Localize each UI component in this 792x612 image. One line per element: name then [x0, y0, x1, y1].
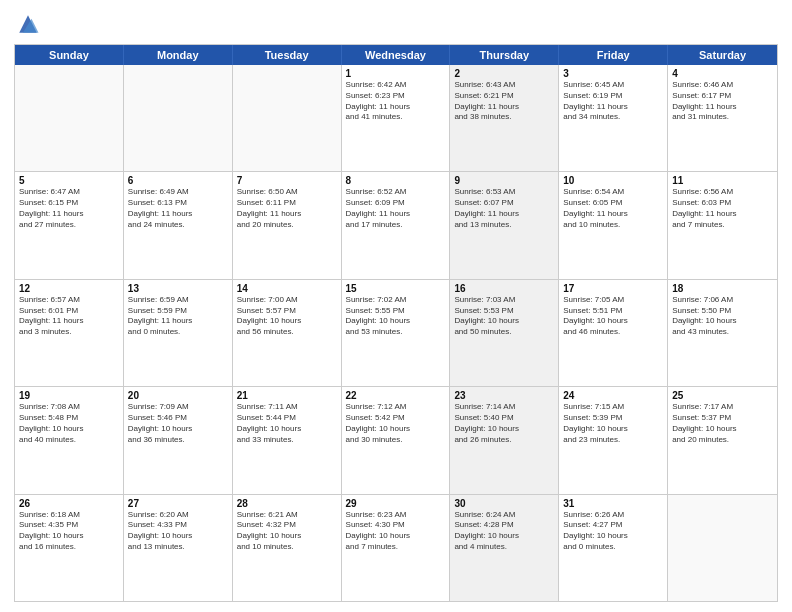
day-number: 20 [128, 390, 228, 401]
day-info: Sunrise: 7:08 AM Sunset: 5:48 PM Dayligh… [19, 402, 119, 445]
day-info: Sunrise: 7:11 AM Sunset: 5:44 PM Dayligh… [237, 402, 337, 445]
weekday-header-thursday: Thursday [450, 45, 559, 65]
logo [14, 10, 46, 38]
calendar-header: SundayMondayTuesdayWednesdayThursdayFrid… [15, 45, 777, 65]
day-info: Sunrise: 6:56 AM Sunset: 6:03 PM Dayligh… [672, 187, 773, 230]
day-info: Sunrise: 7:05 AM Sunset: 5:51 PM Dayligh… [563, 295, 663, 338]
day-info: Sunrise: 6:46 AM Sunset: 6:17 PM Dayligh… [672, 80, 773, 123]
day-number: 14 [237, 283, 337, 294]
calendar-row-1: 5Sunrise: 6:47 AM Sunset: 6:15 PM Daylig… [15, 171, 777, 278]
day-number: 4 [672, 68, 773, 79]
calendar-cell-day-5: 5Sunrise: 6:47 AM Sunset: 6:15 PM Daylig… [15, 172, 124, 278]
calendar-cell-day-7: 7Sunrise: 6:50 AM Sunset: 6:11 PM Daylig… [233, 172, 342, 278]
day-number: 31 [563, 498, 663, 509]
calendar-cell-day-1: 1Sunrise: 6:42 AM Sunset: 6:23 PM Daylig… [342, 65, 451, 171]
day-number: 5 [19, 175, 119, 186]
calendar: SundayMondayTuesdayWednesdayThursdayFrid… [14, 44, 778, 602]
weekday-header-tuesday: Tuesday [233, 45, 342, 65]
day-info: Sunrise: 6:50 AM Sunset: 6:11 PM Dayligh… [237, 187, 337, 230]
day-info: Sunrise: 7:02 AM Sunset: 5:55 PM Dayligh… [346, 295, 446, 338]
calendar-cell-day-26: 26Sunrise: 6:18 AM Sunset: 4:35 PM Dayli… [15, 495, 124, 601]
day-info: Sunrise: 6:21 AM Sunset: 4:32 PM Dayligh… [237, 510, 337, 553]
day-number: 13 [128, 283, 228, 294]
calendar-cell-day-25: 25Sunrise: 7:17 AM Sunset: 5:37 PM Dayli… [668, 387, 777, 493]
day-number: 24 [563, 390, 663, 401]
weekday-header-friday: Friday [559, 45, 668, 65]
day-number: 11 [672, 175, 773, 186]
calendar-cell-day-30: 30Sunrise: 6:24 AM Sunset: 4:28 PM Dayli… [450, 495, 559, 601]
day-info: Sunrise: 6:24 AM Sunset: 4:28 PM Dayligh… [454, 510, 554, 553]
day-info: Sunrise: 6:54 AM Sunset: 6:05 PM Dayligh… [563, 187, 663, 230]
calendar-cell-day-31: 31Sunrise: 6:26 AM Sunset: 4:27 PM Dayli… [559, 495, 668, 601]
day-number: 18 [672, 283, 773, 294]
day-number: 21 [237, 390, 337, 401]
calendar-row-4: 26Sunrise: 6:18 AM Sunset: 4:35 PM Dayli… [15, 494, 777, 601]
calendar-cell-day-19: 19Sunrise: 7:08 AM Sunset: 5:48 PM Dayli… [15, 387, 124, 493]
day-number: 2 [454, 68, 554, 79]
calendar-cell-day-11: 11Sunrise: 6:56 AM Sunset: 6:03 PM Dayli… [668, 172, 777, 278]
calendar-cell-day-18: 18Sunrise: 7:06 AM Sunset: 5:50 PM Dayli… [668, 280, 777, 386]
calendar-cell-day-13: 13Sunrise: 6:59 AM Sunset: 5:59 PM Dayli… [124, 280, 233, 386]
day-info: Sunrise: 7:17 AM Sunset: 5:37 PM Dayligh… [672, 402, 773, 445]
weekday-header-monday: Monday [124, 45, 233, 65]
day-info: Sunrise: 7:12 AM Sunset: 5:42 PM Dayligh… [346, 402, 446, 445]
calendar-cell-day-29: 29Sunrise: 6:23 AM Sunset: 4:30 PM Dayli… [342, 495, 451, 601]
calendar-row-2: 12Sunrise: 6:57 AM Sunset: 6:01 PM Dayli… [15, 279, 777, 386]
day-info: Sunrise: 6:23 AM Sunset: 4:30 PM Dayligh… [346, 510, 446, 553]
calendar-cell-day-4: 4Sunrise: 6:46 AM Sunset: 6:17 PM Daylig… [668, 65, 777, 171]
calendar-cell-day-6: 6Sunrise: 6:49 AM Sunset: 6:13 PM Daylig… [124, 172, 233, 278]
calendar-cell-day-22: 22Sunrise: 7:12 AM Sunset: 5:42 PM Dayli… [342, 387, 451, 493]
calendar-cell-empty [15, 65, 124, 171]
calendar-cell-day-24: 24Sunrise: 7:15 AM Sunset: 5:39 PM Dayli… [559, 387, 668, 493]
calendar-cell-day-14: 14Sunrise: 7:00 AM Sunset: 5:57 PM Dayli… [233, 280, 342, 386]
day-number: 30 [454, 498, 554, 509]
calendar-cell-day-3: 3Sunrise: 6:45 AM Sunset: 6:19 PM Daylig… [559, 65, 668, 171]
weekday-header-sunday: Sunday [15, 45, 124, 65]
day-info: Sunrise: 7:03 AM Sunset: 5:53 PM Dayligh… [454, 295, 554, 338]
day-info: Sunrise: 6:53 AM Sunset: 6:07 PM Dayligh… [454, 187, 554, 230]
day-number: 23 [454, 390, 554, 401]
calendar-cell-day-28: 28Sunrise: 6:21 AM Sunset: 4:32 PM Dayli… [233, 495, 342, 601]
calendar-cell-day-27: 27Sunrise: 6:20 AM Sunset: 4:33 PM Dayli… [124, 495, 233, 601]
calendar-cell-empty [668, 495, 777, 601]
day-number: 3 [563, 68, 663, 79]
calendar-cell-day-21: 21Sunrise: 7:11 AM Sunset: 5:44 PM Dayli… [233, 387, 342, 493]
calendar-cell-day-2: 2Sunrise: 6:43 AM Sunset: 6:21 PM Daylig… [450, 65, 559, 171]
day-info: Sunrise: 6:49 AM Sunset: 6:13 PM Dayligh… [128, 187, 228, 230]
day-info: Sunrise: 6:59 AM Sunset: 5:59 PM Dayligh… [128, 295, 228, 338]
day-info: Sunrise: 6:47 AM Sunset: 6:15 PM Dayligh… [19, 187, 119, 230]
day-info: Sunrise: 7:00 AM Sunset: 5:57 PM Dayligh… [237, 295, 337, 338]
calendar-cell-day-9: 9Sunrise: 6:53 AM Sunset: 6:07 PM Daylig… [450, 172, 559, 278]
calendar-cell-day-23: 23Sunrise: 7:14 AM Sunset: 5:40 PM Dayli… [450, 387, 559, 493]
calendar-cell-day-16: 16Sunrise: 7:03 AM Sunset: 5:53 PM Dayli… [450, 280, 559, 386]
day-number: 25 [672, 390, 773, 401]
calendar-cell-day-17: 17Sunrise: 7:05 AM Sunset: 5:51 PM Dayli… [559, 280, 668, 386]
calendar-cell-day-12: 12Sunrise: 6:57 AM Sunset: 6:01 PM Dayli… [15, 280, 124, 386]
day-number: 10 [563, 175, 663, 186]
day-info: Sunrise: 6:43 AM Sunset: 6:21 PM Dayligh… [454, 80, 554, 123]
calendar-cell-empty [124, 65, 233, 171]
day-number: 28 [237, 498, 337, 509]
day-info: Sunrise: 7:09 AM Sunset: 5:46 PM Dayligh… [128, 402, 228, 445]
calendar-body: 1Sunrise: 6:42 AM Sunset: 6:23 PM Daylig… [15, 65, 777, 601]
calendar-cell-day-20: 20Sunrise: 7:09 AM Sunset: 5:46 PM Dayli… [124, 387, 233, 493]
day-number: 9 [454, 175, 554, 186]
calendar-row-3: 19Sunrise: 7:08 AM Sunset: 5:48 PM Dayli… [15, 386, 777, 493]
weekday-header-saturday: Saturday [668, 45, 777, 65]
day-info: Sunrise: 6:52 AM Sunset: 6:09 PM Dayligh… [346, 187, 446, 230]
day-info: Sunrise: 6:20 AM Sunset: 4:33 PM Dayligh… [128, 510, 228, 553]
day-number: 16 [454, 283, 554, 294]
weekday-header-wednesday: Wednesday [342, 45, 451, 65]
day-info: Sunrise: 6:45 AM Sunset: 6:19 PM Dayligh… [563, 80, 663, 123]
calendar-cell-day-8: 8Sunrise: 6:52 AM Sunset: 6:09 PM Daylig… [342, 172, 451, 278]
day-info: Sunrise: 6:42 AM Sunset: 6:23 PM Dayligh… [346, 80, 446, 123]
day-info: Sunrise: 7:15 AM Sunset: 5:39 PM Dayligh… [563, 402, 663, 445]
day-number: 27 [128, 498, 228, 509]
calendar-row-0: 1Sunrise: 6:42 AM Sunset: 6:23 PM Daylig… [15, 65, 777, 171]
day-info: Sunrise: 7:14 AM Sunset: 5:40 PM Dayligh… [454, 402, 554, 445]
day-number: 26 [19, 498, 119, 509]
day-number: 7 [237, 175, 337, 186]
day-info: Sunrise: 6:57 AM Sunset: 6:01 PM Dayligh… [19, 295, 119, 338]
day-number: 1 [346, 68, 446, 79]
day-number: 22 [346, 390, 446, 401]
